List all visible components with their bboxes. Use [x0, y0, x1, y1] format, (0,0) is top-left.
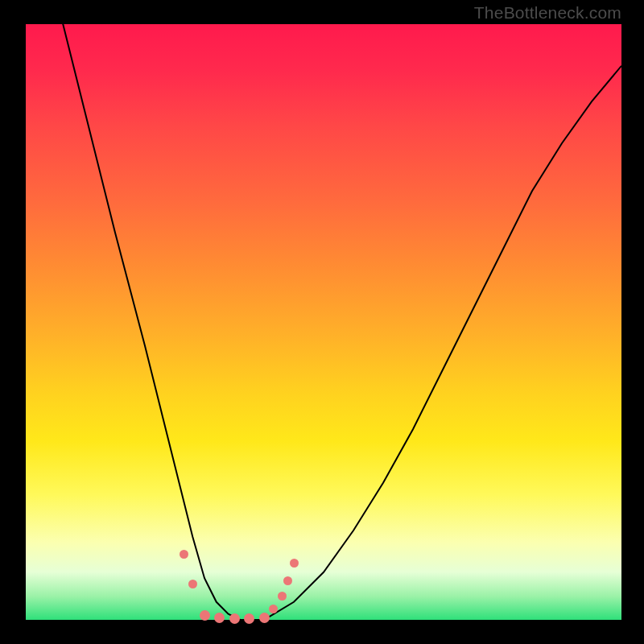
- plot-area: [26, 24, 621, 620]
- data-marker: [188, 580, 197, 588]
- data-marker: [259, 613, 270, 623]
- data-marker: [180, 550, 188, 559]
- data-marker: [229, 613, 240, 624]
- data-marker: [214, 613, 225, 623]
- data-marker: [278, 592, 287, 601]
- data-marker: [290, 559, 299, 568]
- chart-frame: TheBottleneck.com: [0, 0, 644, 644]
- watermark-text: TheBottleneck.com: [474, 3, 621, 23]
- data-marker: [269, 605, 278, 613]
- data-marker: [244, 613, 254, 624]
- data-marker: [200, 610, 210, 621]
